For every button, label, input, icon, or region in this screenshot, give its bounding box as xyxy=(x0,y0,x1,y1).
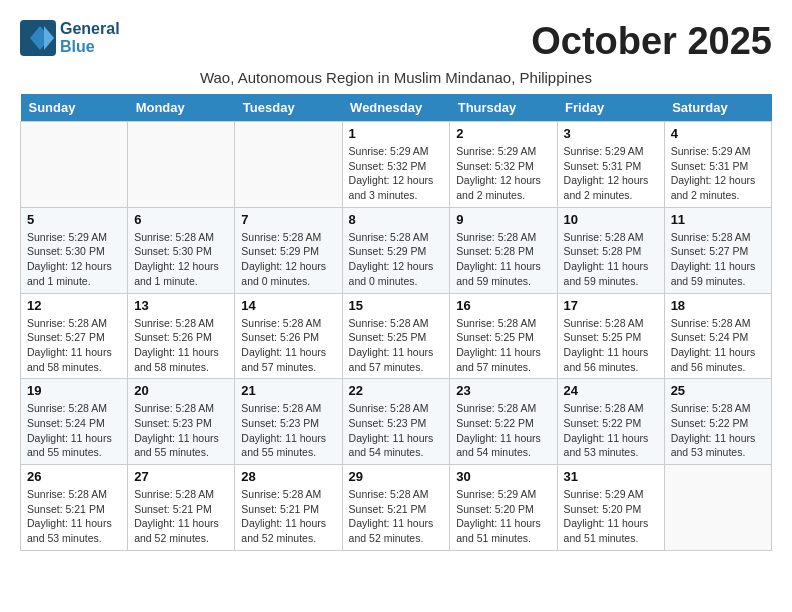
day-info: Sunrise: 5:28 AMSunset: 5:22 PMDaylight:… xyxy=(456,401,550,460)
day-info: Sunrise: 5:29 AMSunset: 5:32 PMDaylight:… xyxy=(456,144,550,203)
day-number: 2 xyxy=(456,126,550,141)
calendar-cell: 15Sunrise: 5:28 AMSunset: 5:25 PMDayligh… xyxy=(342,293,450,379)
calendar-cell: 21Sunrise: 5:28 AMSunset: 5:23 PMDayligh… xyxy=(235,379,342,465)
calendar-cell: 18Sunrise: 5:28 AMSunset: 5:24 PMDayligh… xyxy=(664,293,771,379)
day-number: 12 xyxy=(27,298,121,313)
day-number: 8 xyxy=(349,212,444,227)
day-number: 15 xyxy=(349,298,444,313)
day-number: 3 xyxy=(564,126,658,141)
calendar-cell: 17Sunrise: 5:28 AMSunset: 5:25 PMDayligh… xyxy=(557,293,664,379)
day-number: 17 xyxy=(564,298,658,313)
day-number: 9 xyxy=(456,212,550,227)
day-info: Sunrise: 5:28 AMSunset: 5:29 PMDaylight:… xyxy=(349,230,444,289)
day-number: 5 xyxy=(27,212,121,227)
calendar-cell: 12Sunrise: 5:28 AMSunset: 5:27 PMDayligh… xyxy=(21,293,128,379)
day-info: Sunrise: 5:28 AMSunset: 5:30 PMDaylight:… xyxy=(134,230,228,289)
day-number: 11 xyxy=(671,212,765,227)
calendar-cell: 23Sunrise: 5:28 AMSunset: 5:22 PMDayligh… xyxy=(450,379,557,465)
day-info: Sunrise: 5:29 AMSunset: 5:31 PMDaylight:… xyxy=(671,144,765,203)
day-number: 13 xyxy=(134,298,228,313)
day-number: 7 xyxy=(241,212,335,227)
weekday-header-saturday: Saturday xyxy=(664,94,771,122)
day-info: Sunrise: 5:28 AMSunset: 5:25 PMDaylight:… xyxy=(349,316,444,375)
day-info: Sunrise: 5:28 AMSunset: 5:27 PMDaylight:… xyxy=(671,230,765,289)
calendar-cell: 6Sunrise: 5:28 AMSunset: 5:30 PMDaylight… xyxy=(128,207,235,293)
day-number: 16 xyxy=(456,298,550,313)
day-number: 21 xyxy=(241,383,335,398)
logo-line1: General xyxy=(60,20,120,38)
day-number: 18 xyxy=(671,298,765,313)
day-info: Sunrise: 5:29 AMSunset: 5:20 PMDaylight:… xyxy=(456,487,550,546)
day-number: 4 xyxy=(671,126,765,141)
subtitle: Wao, Autonomous Region in Muslim Mindana… xyxy=(20,69,772,86)
day-info: Sunrise: 5:28 AMSunset: 5:25 PMDaylight:… xyxy=(456,316,550,375)
day-number: 30 xyxy=(456,469,550,484)
logo-line2: Blue xyxy=(60,38,120,56)
day-number: 1 xyxy=(349,126,444,141)
calendar-cell xyxy=(128,122,235,208)
day-number: 14 xyxy=(241,298,335,313)
general-blue-icon xyxy=(20,20,56,56)
day-number: 20 xyxy=(134,383,228,398)
calendar-cell: 26Sunrise: 5:28 AMSunset: 5:21 PMDayligh… xyxy=(21,465,128,551)
calendar-cell: 11Sunrise: 5:28 AMSunset: 5:27 PMDayligh… xyxy=(664,207,771,293)
day-info: Sunrise: 5:28 AMSunset: 5:26 PMDaylight:… xyxy=(241,316,335,375)
day-info: Sunrise: 5:29 AMSunset: 5:20 PMDaylight:… xyxy=(564,487,658,546)
day-info: Sunrise: 5:28 AMSunset: 5:23 PMDaylight:… xyxy=(349,401,444,460)
calendar-cell: 13Sunrise: 5:28 AMSunset: 5:26 PMDayligh… xyxy=(128,293,235,379)
calendar-cell: 9Sunrise: 5:28 AMSunset: 5:28 PMDaylight… xyxy=(450,207,557,293)
day-info: Sunrise: 5:28 AMSunset: 5:21 PMDaylight:… xyxy=(134,487,228,546)
day-number: 19 xyxy=(27,383,121,398)
calendar-cell: 2Sunrise: 5:29 AMSunset: 5:32 PMDaylight… xyxy=(450,122,557,208)
logo: General Blue xyxy=(20,20,120,56)
day-info: Sunrise: 5:28 AMSunset: 5:22 PMDaylight:… xyxy=(564,401,658,460)
day-number: 28 xyxy=(241,469,335,484)
calendar-cell: 14Sunrise: 5:28 AMSunset: 5:26 PMDayligh… xyxy=(235,293,342,379)
calendar-cell: 8Sunrise: 5:28 AMSunset: 5:29 PMDaylight… xyxy=(342,207,450,293)
day-number: 27 xyxy=(134,469,228,484)
calendar-cell: 28Sunrise: 5:28 AMSunset: 5:21 PMDayligh… xyxy=(235,465,342,551)
weekday-header-tuesday: Tuesday xyxy=(235,94,342,122)
day-info: Sunrise: 5:28 AMSunset: 5:23 PMDaylight:… xyxy=(241,401,335,460)
calendar-cell: 30Sunrise: 5:29 AMSunset: 5:20 PMDayligh… xyxy=(450,465,557,551)
weekday-header-wednesday: Wednesday xyxy=(342,94,450,122)
weekday-header-thursday: Thursday xyxy=(450,94,557,122)
day-info: Sunrise: 5:28 AMSunset: 5:24 PMDaylight:… xyxy=(671,316,765,375)
calendar-cell: 1Sunrise: 5:29 AMSunset: 5:32 PMDaylight… xyxy=(342,122,450,208)
calendar-cell: 29Sunrise: 5:28 AMSunset: 5:21 PMDayligh… xyxy=(342,465,450,551)
day-info: Sunrise: 5:28 AMSunset: 5:29 PMDaylight:… xyxy=(241,230,335,289)
day-info: Sunrise: 5:28 AMSunset: 5:21 PMDaylight:… xyxy=(349,487,444,546)
month-title: October 2025 xyxy=(531,20,772,63)
calendar-cell: 25Sunrise: 5:28 AMSunset: 5:22 PMDayligh… xyxy=(664,379,771,465)
calendar-cell xyxy=(235,122,342,208)
day-number: 6 xyxy=(134,212,228,227)
calendar-cell: 16Sunrise: 5:28 AMSunset: 5:25 PMDayligh… xyxy=(450,293,557,379)
calendar-table: SundayMondayTuesdayWednesdayThursdayFrid… xyxy=(20,94,772,551)
weekday-header-monday: Monday xyxy=(128,94,235,122)
day-number: 25 xyxy=(671,383,765,398)
day-info: Sunrise: 5:28 AMSunset: 5:27 PMDaylight:… xyxy=(27,316,121,375)
calendar-cell: 3Sunrise: 5:29 AMSunset: 5:31 PMDaylight… xyxy=(557,122,664,208)
calendar-cell: 4Sunrise: 5:29 AMSunset: 5:31 PMDaylight… xyxy=(664,122,771,208)
day-info: Sunrise: 5:29 AMSunset: 5:32 PMDaylight:… xyxy=(349,144,444,203)
day-number: 29 xyxy=(349,469,444,484)
calendar-cell: 7Sunrise: 5:28 AMSunset: 5:29 PMDaylight… xyxy=(235,207,342,293)
day-info: Sunrise: 5:28 AMSunset: 5:21 PMDaylight:… xyxy=(27,487,121,546)
calendar-cell: 5Sunrise: 5:29 AMSunset: 5:30 PMDaylight… xyxy=(21,207,128,293)
day-number: 10 xyxy=(564,212,658,227)
day-info: Sunrise: 5:28 AMSunset: 5:28 PMDaylight:… xyxy=(456,230,550,289)
day-info: Sunrise: 5:28 AMSunset: 5:23 PMDaylight:… xyxy=(134,401,228,460)
day-info: Sunrise: 5:29 AMSunset: 5:31 PMDaylight:… xyxy=(564,144,658,203)
weekday-header-sunday: Sunday xyxy=(21,94,128,122)
day-info: Sunrise: 5:28 AMSunset: 5:24 PMDaylight:… xyxy=(27,401,121,460)
day-info: Sunrise: 5:28 AMSunset: 5:28 PMDaylight:… xyxy=(564,230,658,289)
day-info: Sunrise: 5:29 AMSunset: 5:30 PMDaylight:… xyxy=(27,230,121,289)
calendar-cell: 10Sunrise: 5:28 AMSunset: 5:28 PMDayligh… xyxy=(557,207,664,293)
calendar-cell: 19Sunrise: 5:28 AMSunset: 5:24 PMDayligh… xyxy=(21,379,128,465)
calendar-cell: 27Sunrise: 5:28 AMSunset: 5:21 PMDayligh… xyxy=(128,465,235,551)
day-number: 22 xyxy=(349,383,444,398)
day-number: 23 xyxy=(456,383,550,398)
day-info: Sunrise: 5:28 AMSunset: 5:22 PMDaylight:… xyxy=(671,401,765,460)
calendar-cell xyxy=(21,122,128,208)
day-info: Sunrise: 5:28 AMSunset: 5:25 PMDaylight:… xyxy=(564,316,658,375)
